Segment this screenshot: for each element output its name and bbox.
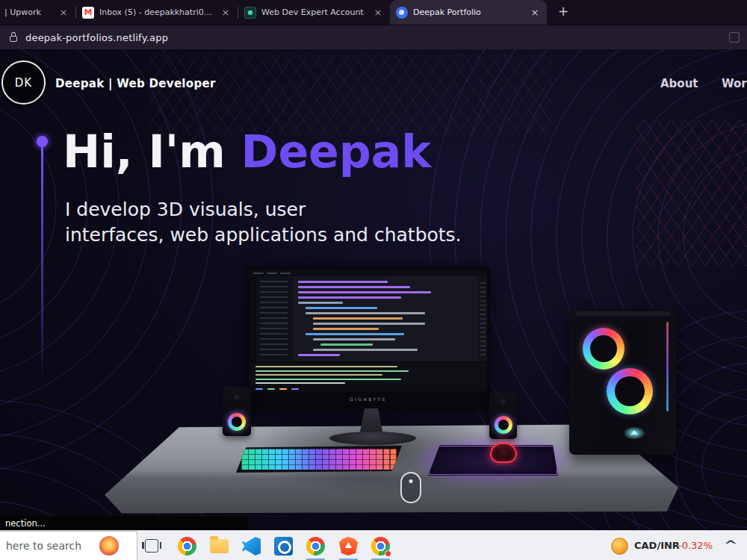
ticker-pair[interactable]: CAD/INR xyxy=(634,531,680,560)
hero-name: Deepak xyxy=(241,125,432,178)
editor-minimap xyxy=(478,276,487,361)
monitor-stand-base xyxy=(329,432,416,445)
code-line xyxy=(313,317,403,320)
editor-body xyxy=(249,276,487,361)
gaming-mouse xyxy=(490,443,517,463)
code-line xyxy=(313,338,395,340)
hero-heading: Hi, I'm Deepak xyxy=(63,125,431,178)
editor-titlebar xyxy=(249,270,487,276)
code-line xyxy=(313,349,418,351)
tower-top-panel xyxy=(575,311,670,316)
notification-badge xyxy=(385,550,391,557)
site-logo[interactable]: DK xyxy=(1,60,46,105)
gmail-icon xyxy=(82,7,94,19)
speaker-tweeter xyxy=(500,398,506,405)
speaker-rgb-ring xyxy=(495,416,512,434)
tab-close-icon[interactable]: × xyxy=(58,7,69,19)
pc-tower xyxy=(569,308,676,455)
editor-file-explorer xyxy=(256,276,294,361)
monitor-screen-code-editor xyxy=(249,270,487,392)
hero-tagline: I develop 3D visuals, user interfaces, w… xyxy=(65,197,462,248)
code-line xyxy=(298,296,401,299)
tab-close-icon[interactable]: × xyxy=(220,7,232,19)
ticker-change[interactable]: -0.32% xyxy=(678,531,713,560)
task-view-icon[interactable] xyxy=(145,539,158,553)
file-explorer-icon[interactable] xyxy=(210,539,229,553)
code-line xyxy=(298,354,340,356)
menu-dash xyxy=(253,273,264,274)
tower-rgb-strip xyxy=(666,322,669,411)
code-line xyxy=(298,291,431,293)
nav-link-work[interactable]: Work xyxy=(722,77,747,90)
tab-close-icon[interactable]: × xyxy=(372,7,384,19)
code-line xyxy=(320,343,373,346)
terminal-line xyxy=(255,366,397,367)
tab-title: | Upwork xyxy=(4,7,52,17)
tab-deepak-portfolio-active[interactable]: Deepak Portfolio × xyxy=(390,0,547,25)
rgb-fan xyxy=(607,368,653,414)
terminal-line xyxy=(255,374,382,376)
menu-dash xyxy=(267,273,277,274)
code-line xyxy=(298,302,343,304)
screen: | Upwork × Inbox (5) - deepakkhatri007d@… xyxy=(0,0,747,560)
terminal-line xyxy=(255,370,409,372)
speaker-left xyxy=(223,387,251,436)
timeline-line xyxy=(41,146,43,382)
currency-ticker-icon[interactable] xyxy=(611,538,628,555)
lock-icon[interactable] xyxy=(10,36,17,42)
sidebar-panel-icon[interactable] xyxy=(729,32,740,43)
tab-gmail-inbox[interactable]: Inbox (5) - deepakkhatri007d@g × xyxy=(76,0,238,25)
brave-icon[interactable] xyxy=(339,537,358,556)
editor-status-bar xyxy=(249,386,487,392)
speaker-right xyxy=(489,391,517,439)
code-line xyxy=(313,328,379,330)
code-line xyxy=(306,307,377,309)
code-line xyxy=(313,323,425,325)
outlook-icon[interactable] xyxy=(274,537,293,556)
browser-tab-bar: | Upwork × Inbox (5) - deepakkhatri007d@… xyxy=(0,0,747,25)
editor-code-area xyxy=(294,276,478,361)
chrome-icon[interactable] xyxy=(306,537,325,556)
url-text[interactable]: deepak-portfolios.netlify.app xyxy=(25,32,168,43)
tab-upwork[interactable]: | Upwork × xyxy=(0,0,75,25)
terminal-line xyxy=(255,382,345,384)
code-line xyxy=(298,281,388,283)
monitor-brand-label: GIGABYTE xyxy=(249,392,487,406)
tab-close-icon[interactable]: × xyxy=(529,7,541,19)
timeline-dot xyxy=(37,136,48,147)
windows-taskbar: here to search CAD/INR -0.32% ^ xyxy=(0,530,747,560)
tray-chevron-icon[interactable]: ^ xyxy=(724,531,738,560)
editor-activity-bar xyxy=(249,276,256,361)
tab-title: Inbox (5) - deepakkhatri007d@g xyxy=(99,7,214,17)
red-grid-pattern xyxy=(149,53,553,135)
status-dot xyxy=(279,388,287,390)
portfolio-favicon-icon xyxy=(396,7,408,19)
hero-prefix: Hi, I'm xyxy=(63,125,241,178)
keyboard-keys xyxy=(241,449,397,470)
new-tab-button[interactable]: + xyxy=(553,1,574,22)
rewards-icon[interactable] xyxy=(99,536,119,556)
portfolio-webpage: DK Deepak | Web Developer About Work Hi,… xyxy=(0,49,747,530)
menu-dash xyxy=(280,273,291,274)
scroll-down-indicator xyxy=(400,472,421,503)
status-dot xyxy=(255,388,263,390)
tab-title: Web Dev Expert Account xyxy=(261,7,367,17)
speaker-rgb-ring xyxy=(228,413,246,431)
editor-terminal xyxy=(249,361,487,386)
chrome-icon[interactable] xyxy=(178,537,196,556)
speaker-tweeter xyxy=(234,393,241,400)
vscode-icon[interactable] xyxy=(242,537,261,556)
address-bar[interactable]: deepak-portfolios.netlify.app xyxy=(0,25,747,49)
nav-link-about[interactable]: About xyxy=(660,77,698,90)
tagline-line-1: I develop 3D visuals, user xyxy=(65,197,462,223)
chrome-icon[interactable] xyxy=(371,537,390,556)
aorus-logo-glow xyxy=(623,426,645,440)
status-dot xyxy=(291,388,299,390)
rgb-keyboard xyxy=(236,446,402,473)
status-popup: nection... xyxy=(0,516,247,531)
tab-webdev-account[interactable]: Web Dev Expert Account × xyxy=(238,0,390,25)
monitor-3d: GIGABYTE xyxy=(247,267,490,411)
tagline-line-2: interfaces, web applications and chatbot… xyxy=(65,223,462,248)
red-grid-pattern xyxy=(636,120,747,266)
rgb-fan xyxy=(583,328,624,370)
